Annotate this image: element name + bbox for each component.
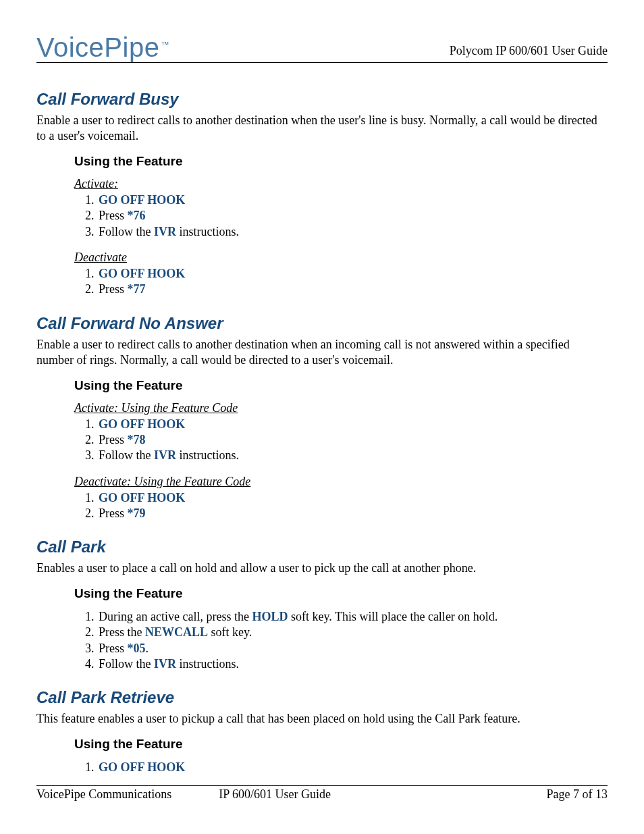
step-list: GO OFF HOOKPress *78Follow the IVR instr… (74, 417, 608, 464)
section-title: Call Park Retrieve (36, 688, 608, 707)
step-list: GO OFF HOOKPress *79 (74, 490, 608, 522)
keyword: NEWCALL (145, 625, 208, 639)
keyword: GO OFF HOOK (99, 193, 185, 207)
logo: VoicePipe™ (36, 34, 169, 61)
keyword: *76 (128, 209, 146, 222)
keyword: GO OFF HOOK (99, 267, 185, 280)
header-doc-title: Polycom IP 600/601 User Guide (450, 44, 608, 58)
step-item: Press *05. (97, 641, 608, 656)
subsection-title: Using the Feature (74, 586, 608, 601)
content: Call Forward BusyEnable a user to redire… (36, 90, 608, 775)
keyword: IVR (154, 225, 176, 238)
section-description: Enable a user to redirect calls to anoth… (36, 337, 608, 369)
section-description: This feature enables a user to pickup a … (36, 711, 608, 727)
section: Call Forward BusyEnable a user to redire… (36, 90, 608, 298)
subsection-title: Using the Feature (74, 737, 608, 752)
step-list: GO OFF HOOK (74, 760, 608, 775)
footer-company: VoicePipe Communications (36, 787, 171, 802)
footer-doc-title: IP 600/601 User Guide (219, 787, 546, 802)
step-list: During an active call, press the HOLD so… (74, 609, 608, 673)
logo-text: VoicePipe (36, 32, 159, 62)
section-title: Call Forward No Answer (36, 314, 608, 333)
keyword: *77 (128, 282, 146, 296)
keyword: HOLD (252, 610, 288, 623)
step-item: Press the NEWCALL soft key. (97, 625, 608, 640)
step-item: GO OFF HOOK (97, 417, 608, 432)
step-list: GO OFF HOOKPress *76Follow the IVR instr… (74, 192, 608, 240)
step-item: GO OFF HOOK (97, 760, 608, 775)
keyword: IVR (154, 448, 176, 462)
section: Call Park RetrieveThis feature enables a… (36, 688, 608, 775)
step-item: Follow the IVR instructions. (97, 224, 608, 240)
section: Call ParkEnables a user to place a call … (36, 538, 608, 672)
group-label: Activate: (74, 177, 608, 191)
step-list: GO OFF HOOKPress *77 (74, 266, 608, 298)
section-title: Call Park (36, 538, 608, 556)
step-item: Follow the IVR instructions. (97, 656, 608, 672)
keyword: GO OFF HOOK (99, 417, 185, 431)
subsection-title: Using the Feature (74, 154, 608, 169)
section-description: Enables a user to place a call on hold a… (36, 561, 608, 576)
footer-page-number: Page 7 of 13 (547, 787, 608, 802)
group-label: Activate: Using the Feature Code (74, 401, 608, 415)
section: Call Forward No AnswerEnable a user to r… (36, 314, 608, 522)
step-item: Press *79 (97, 506, 608, 521)
keyword: *05 (128, 642, 146, 655)
step-item: Press *78 (97, 432, 608, 448)
page-footer: VoicePipe Communications IP 600/601 User… (36, 785, 608, 802)
step-item: GO OFF HOOK (97, 266, 608, 282)
keyword: GO OFF HOOK (99, 760, 185, 774)
keyword: *79 (128, 506, 146, 520)
step-item: Press *77 (97, 282, 608, 297)
keyword: GO OFF HOOK (99, 491, 185, 504)
group-label: Deactivate (74, 251, 608, 265)
subsection-title: Using the Feature (74, 378, 608, 393)
step-item: GO OFF HOOK (97, 490, 608, 506)
section-title: Call Forward Busy (36, 90, 608, 109)
step-item: Press *76 (97, 208, 608, 224)
step-item: Follow the IVR instructions. (97, 448, 608, 463)
step-item: GO OFF HOOK (97, 192, 608, 208)
trademark-symbol: ™ (161, 40, 169, 49)
section-description: Enable a user to redirect calls to anoth… (36, 113, 608, 145)
group-label: Deactivate: Using the Feature Code (74, 475, 608, 489)
step-item: During an active call, press the HOLD so… (97, 609, 608, 625)
keyword: *78 (128, 433, 146, 446)
page-header: VoicePipe™ Polycom IP 600/601 User Guide (36, 34, 608, 63)
keyword: IVR (154, 657, 176, 671)
